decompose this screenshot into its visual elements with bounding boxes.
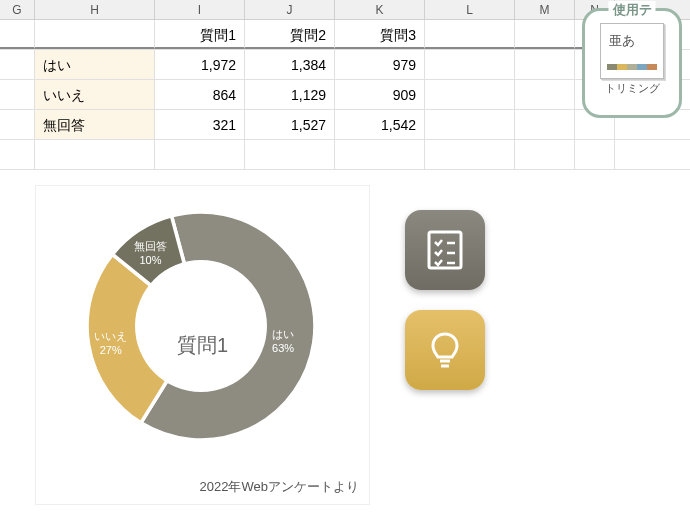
svg-rect-1 [429,232,461,268]
theme-panel[interactable]: 使用テーマ 亜あ トリミング [582,8,682,118]
chart-title: 質問1 [177,332,228,359]
theme-thumbnail[interactable]: 亜あ [600,23,664,79]
svg-point-0 [135,260,267,392]
col-G[interactable]: G [0,0,35,19]
row-label-na[interactable]: 無回答 [35,110,155,139]
segment-label: 無回答10% [134,239,167,268]
header-q3[interactable]: 質問3 [335,20,425,49]
header-q1[interactable]: 質問1 [155,20,245,49]
col-I[interactable]: I [155,0,245,19]
row-label-yes[interactable]: はい [35,50,155,79]
donut-svg [81,206,321,446]
donut-chart[interactable]: 質問1 2022年Webアンケートより はい63%いいえ27%無回答10% [35,185,370,505]
segment-label: いいえ27% [94,329,127,358]
chart-caption: 2022年Webアンケートより [200,478,359,496]
idea-button[interactable] [405,310,485,390]
checklist-button[interactable] [405,210,485,290]
col-M[interactable]: M [515,0,575,19]
empty-row [0,140,690,170]
row-label-no[interactable]: いいえ [35,80,155,109]
col-K[interactable]: K [335,0,425,19]
segment-label: はい63% [272,327,294,356]
col-L[interactable]: L [425,0,515,19]
table-row: 無回答 321 1,527 1,542 [0,110,690,140]
checklist-icon [423,228,467,272]
col-H[interactable]: H [35,0,155,19]
theme-caption: トリミング [585,81,679,96]
theme-color-bar [607,64,657,70]
header-q2[interactable]: 質問2 [245,20,335,49]
lightbulb-icon [423,328,467,372]
col-J[interactable]: J [245,0,335,19]
